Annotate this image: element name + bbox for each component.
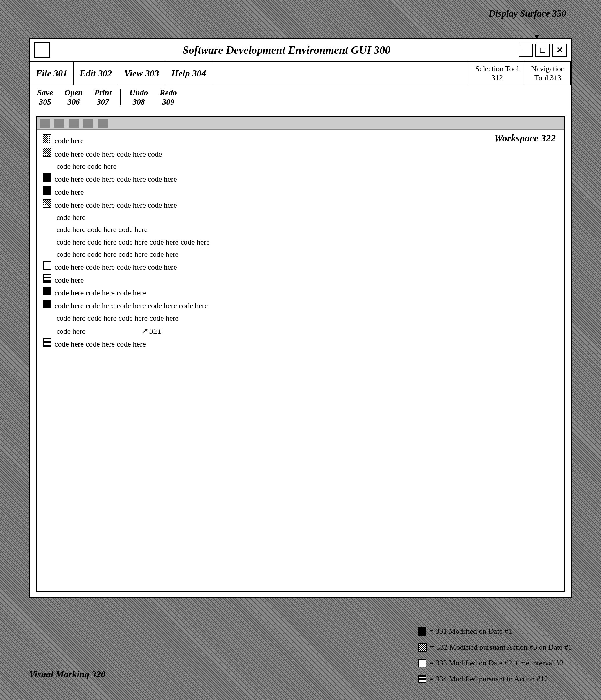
- code-line-17: code here code here code here: [43, 338, 558, 350]
- menu-help[interactable]: Help 304: [165, 62, 212, 84]
- toolbar-separator-1: [120, 90, 121, 105]
- ws-icon-1: [40, 119, 50, 127]
- print-button[interactable]: Print 307: [90, 86, 116, 108]
- undo-button[interactable]: Undo 308: [125, 86, 152, 108]
- selection-tool-button[interactable]: Selection Tool312: [469, 62, 525, 84]
- ws-icon-5: [98, 119, 108, 127]
- bottom-annotations: Visual Marking 320 = 331 Modified on Dat…: [29, 669, 572, 689]
- code-line-14: code here code here code here code here …: [43, 299, 558, 312]
- legend: = 331 Modified on Date #1 = 332 Modified…: [418, 625, 572, 689]
- marker-hatch-2: [43, 148, 52, 157]
- code-line-3: code here code here: [43, 160, 558, 172]
- legend-item-4: = 334 Modified pursuant to Action #12: [418, 672, 572, 686]
- legend-marker-hatch: [418, 643, 427, 652]
- minimize-button[interactable]: —: [519, 44, 533, 57]
- legend-item-1: = 331 Modified on Date #1: [418, 625, 572, 639]
- display-surface-label: Display Surface 350: [489, 8, 566, 19]
- legend-item-3: = 333 Modified on Date #2, time interval…: [418, 656, 572, 670]
- workspace: Workspace 322 code here code here code h…: [36, 116, 565, 592]
- title-bar: Software Development Environment GUI 300…: [30, 39, 571, 62]
- marker-striped-12: [43, 274, 52, 283]
- main-window: Software Development Environment GUI 300…: [29, 38, 572, 598]
- window-icon: [34, 42, 50, 58]
- marker-solid-5: [43, 186, 52, 195]
- code-area[interactable]: code here code here code here code here …: [36, 130, 565, 355]
- code-line-7: code here: [43, 212, 558, 223]
- code-line-12: code here: [43, 274, 558, 286]
- code-line-10: code here code here code here code here: [43, 249, 558, 260]
- code-line-2: code here code here code here code: [43, 148, 558, 160]
- workspace-header: [36, 117, 565, 130]
- marker-solid-14: [43, 299, 52, 309]
- menu-edit[interactable]: Edit 302: [74, 62, 118, 84]
- display-surface-arrow: [536, 22, 537, 39]
- toolbar: Save 305 Open 306 Print 307 Undo 308 Red…: [30, 85, 571, 110]
- window-title: Software Development Environment GUI 300: [55, 44, 519, 56]
- redo-button[interactable]: Redo 309: [155, 86, 181, 108]
- open-button[interactable]: Open 306: [60, 86, 87, 108]
- close-button[interactable]: ✕: [552, 44, 567, 57]
- marker-striped-17: [43, 338, 52, 347]
- content-area: Workspace 322 code here code here code h…: [30, 110, 571, 598]
- marker-hatch-6: [43, 199, 52, 208]
- code-line-1: code here: [43, 134, 558, 147]
- annotation-321-label: ↗ 321: [141, 325, 161, 337]
- window-controls: — □ ✕: [519, 44, 567, 57]
- code-line-4: code here code here code here code here: [43, 173, 558, 185]
- ws-icon-4: [83, 119, 93, 127]
- menu-file[interactable]: File 301: [30, 62, 74, 84]
- marker-hatch-1: [43, 134, 52, 144]
- code-line-5: code here: [43, 186, 558, 198]
- marker-empty-11: [43, 261, 52, 270]
- code-line-6: code here code here code here code here: [43, 199, 558, 211]
- ws-icon-3: [69, 119, 79, 127]
- ws-icon-2: [54, 119, 64, 127]
- code-line-16: code here ↗ 321: [43, 325, 558, 337]
- menu-bar: File 301 Edit 302 View 303 Help 304 Sele…: [30, 62, 571, 85]
- marker-solid-4: [43, 173, 52, 182]
- code-line-13: code here code here code here: [43, 287, 558, 299]
- legend-marker-solid: [418, 627, 426, 635]
- maximize-button[interactable]: □: [535, 44, 550, 57]
- marker-solid-13: [43, 287, 52, 296]
- legend-item-2: = 332 Modified pursuant Action #3 on Dat…: [418, 641, 572, 654]
- legend-marker-striped: [418, 675, 426, 683]
- code-line-9: code here code here code here code here …: [43, 236, 558, 248]
- menu-view[interactable]: View 303: [118, 62, 165, 84]
- workspace-label: Workspace 322: [494, 133, 556, 144]
- legend-marker-empty: [418, 659, 426, 668]
- menu-spacer: [212, 62, 469, 84]
- save-button[interactable]: Save 305: [33, 86, 57, 108]
- code-line-11: code here code here code here code here: [43, 261, 558, 273]
- code-line-8: code here code here code here: [43, 224, 558, 235]
- navigation-tool-button[interactable]: NavigationTool 313: [525, 62, 571, 84]
- code-line-15: code here code here code here code here: [43, 312, 558, 324]
